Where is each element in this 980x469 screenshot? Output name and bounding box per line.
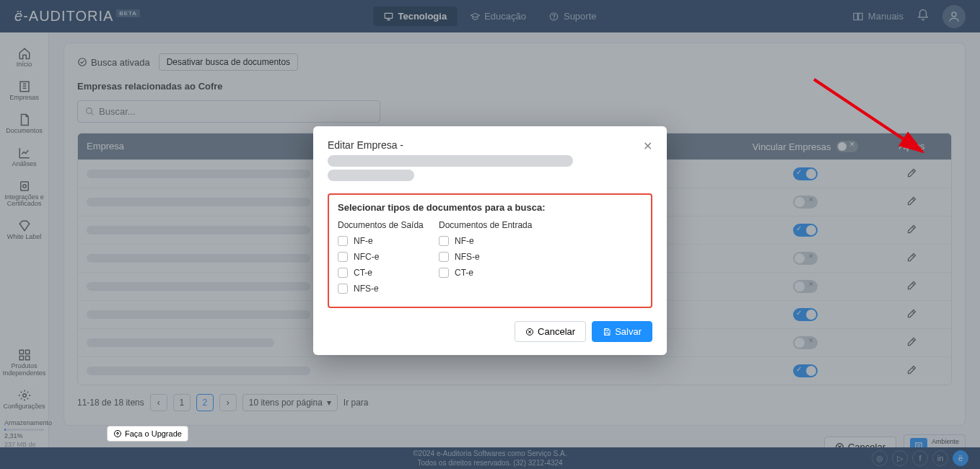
entrada-checkbox[interactable] [439, 252, 449, 262]
select-docs-title: Selecionar tipos de documentos para a bu… [338, 202, 642, 213]
select-box: Selecionar tipos de documentos para a bu… [328, 193, 652, 308]
saida-checkbox[interactable] [338, 268, 348, 278]
entrada-header: Documentos de Entrada [439, 220, 532, 230]
entrada-label: NFS-e [455, 252, 480, 262]
modal-title: Editar Empresa - [328, 139, 403, 151]
entrada-checkbox[interactable] [439, 268, 449, 278]
saida-label: NFC-e [354, 252, 379, 262]
entrada-checkbox[interactable] [439, 236, 449, 246]
modal-cancelar-button[interactable]: Cancelar [515, 321, 586, 342]
saida-header: Documentos de Saída [338, 220, 424, 230]
saida-checkbox[interactable] [338, 284, 348, 294]
redacted-name [328, 155, 573, 167]
saida-label: NF-e [354, 236, 373, 246]
modal-overlay: Editar Empresa - ✕ Selecionar tipos de d… [0, 0, 980, 469]
entrada-label: NF-e [455, 236, 474, 246]
saida-checkbox[interactable] [338, 236, 348, 246]
entrada-label: CT-e [455, 268, 473, 278]
upgrade-button[interactable]: Faça o Upgrade [107, 426, 188, 442]
modal-salvar-button[interactable]: Salvar [592, 321, 652, 342]
saida-label: NFS-e [354, 284, 379, 294]
modal: Editar Empresa - ✕ Selecionar tipos de d… [313, 126, 667, 355]
saida-label: CT-e [354, 268, 372, 278]
close-icon[interactable]: ✕ [643, 139, 652, 153]
saida-checkbox[interactable] [338, 252, 348, 262]
redacted-sub [328, 170, 414, 181]
